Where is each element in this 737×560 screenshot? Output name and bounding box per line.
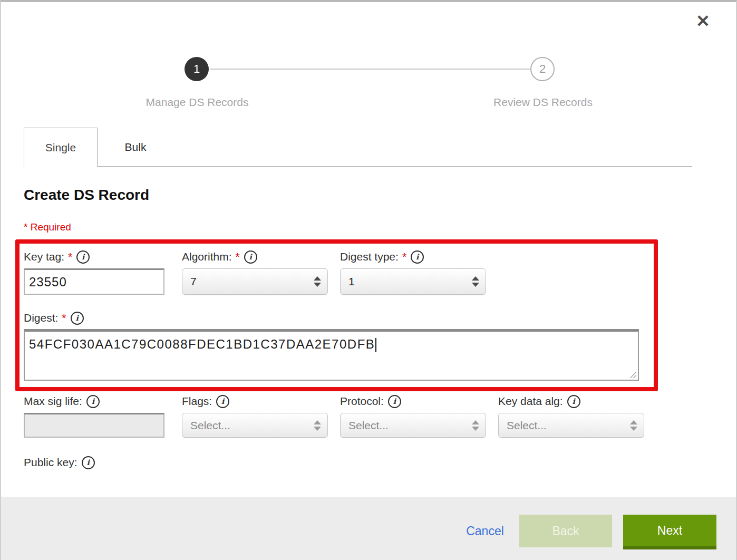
flags-select[interactable]: Select... xyxy=(182,413,328,438)
key-tag-label: Key tag: * i xyxy=(24,249,90,265)
flags-value: Select... xyxy=(190,419,314,432)
digest-type-label: Digest type: * i xyxy=(340,249,424,265)
key-data-alg-select[interactable]: Select... xyxy=(498,413,644,438)
max-sig-life-input[interactable] xyxy=(24,413,164,438)
protocol-label: Protocol: i xyxy=(340,393,401,409)
dropdown-arrows-icon xyxy=(472,420,479,431)
algorithm-value: 7 xyxy=(190,275,314,288)
public-key-label-text: Public key: xyxy=(24,456,77,469)
dropdown-arrows-icon xyxy=(630,420,637,431)
max-sig-life-label-text: Max sig life: xyxy=(24,395,82,408)
dropdown-arrows-icon xyxy=(472,276,479,287)
dropdown-arrows-icon xyxy=(314,276,321,287)
digest-textarea[interactable]: 54FCF030AA1C79C0088FDEC1BD1C37DAA2E70DFB xyxy=(24,329,639,381)
dropdown-arrows-icon xyxy=(314,420,321,431)
stepper-connector xyxy=(210,69,531,70)
tab-divider xyxy=(98,166,692,167)
next-button[interactable]: Next xyxy=(623,515,716,549)
info-icon[interactable]: i xyxy=(567,395,580,408)
key-data-alg-value: Select... xyxy=(507,419,630,432)
key-tag-label-text: Key tag: xyxy=(24,250,64,263)
algorithm-select[interactable]: 7 xyxy=(182,268,328,295)
max-sig-life-label: Max sig life: i xyxy=(24,393,100,409)
digest-label-text: Digest: xyxy=(24,312,58,324)
info-icon[interactable]: i xyxy=(411,250,424,264)
public-key-label: Public key: i xyxy=(24,455,95,470)
info-icon[interactable]: i xyxy=(82,456,95,469)
create-ds-record-modal: ✕ 1 2 Manage DS Records Review DS Record… xyxy=(0,0,737,560)
info-icon[interactable]: i xyxy=(388,395,401,408)
required-asterisk: * xyxy=(68,250,72,263)
digest-type-select[interactable]: 1 xyxy=(340,268,486,295)
info-icon[interactable]: i xyxy=(244,250,257,264)
algorithm-label: Algorithm: * i xyxy=(182,249,257,265)
protocol-select[interactable]: Select... xyxy=(340,413,486,438)
digest-value: 54FCF030AA1C79C0088FDEC1BD1C37DAA2E70DFB xyxy=(29,337,375,351)
flags-label: Flags: i xyxy=(182,393,229,409)
digest-type-label-text: Digest type: xyxy=(340,250,399,263)
info-icon[interactable]: i xyxy=(76,250,90,264)
key-tag-value: 23550 xyxy=(29,275,67,289)
required-asterisk: * xyxy=(236,250,240,263)
required-asterisk: * xyxy=(402,250,406,263)
algorithm-label-text: Algorithm: xyxy=(182,250,232,263)
flags-label-text: Flags: xyxy=(182,395,212,408)
info-icon[interactable]: i xyxy=(86,395,100,408)
close-icon[interactable]: ✕ xyxy=(696,13,710,30)
step-1-circle: 1 xyxy=(185,57,209,81)
info-icon[interactable]: i xyxy=(216,395,229,408)
step-2-label: Review DS Records xyxy=(459,96,627,109)
digest-label: Digest: * i xyxy=(24,310,84,326)
key-data-alg-label-text: Key data alg: xyxy=(498,395,563,408)
required-note: * Required xyxy=(24,221,71,233)
back-button[interactable]: Back xyxy=(519,515,612,547)
required-asterisk: * xyxy=(62,312,66,324)
page-title: Create DS Record xyxy=(24,187,149,204)
cancel-button[interactable]: Cancel xyxy=(459,515,511,547)
key-data-alg-label: Key data alg: i xyxy=(498,393,580,409)
protocol-label-text: Protocol: xyxy=(340,395,384,408)
text-cursor xyxy=(375,338,376,352)
protocol-value: Select... xyxy=(348,419,472,432)
tab-bulk[interactable]: Bulk xyxy=(99,128,172,166)
tab-single[interactable]: Single xyxy=(24,128,98,167)
digest-type-value: 1 xyxy=(348,275,472,288)
step-2-circle: 2 xyxy=(530,57,555,81)
key-tag-input[interactable]: 23550 xyxy=(24,268,164,295)
step-1-label: Manage DS Records xyxy=(113,96,282,109)
info-icon[interactable]: i xyxy=(71,312,84,325)
resize-grip[interactable] xyxy=(628,370,636,378)
